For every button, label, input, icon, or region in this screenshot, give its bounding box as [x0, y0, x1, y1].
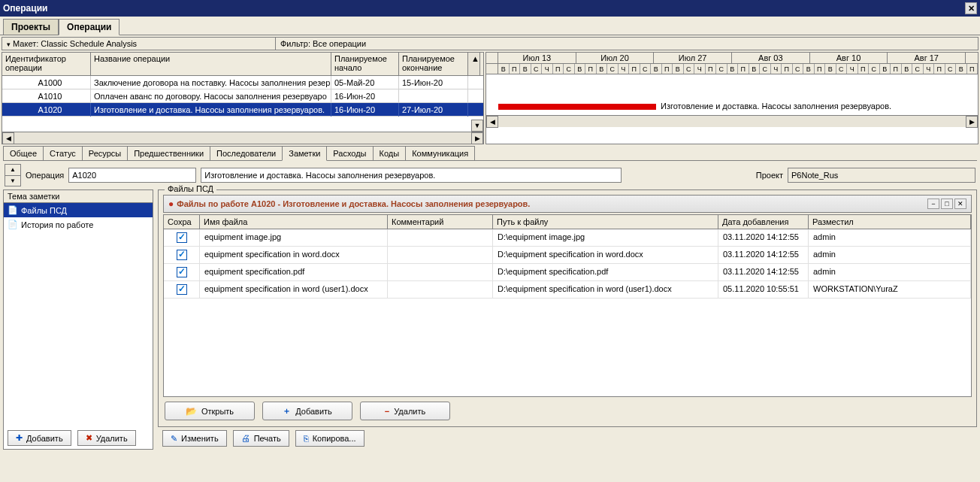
table-row[interactable]: A1020 Изготовление и доставка. Насосы за…	[2, 103, 483, 117]
button-label: Добавить	[26, 434, 63, 443]
col-end[interactable]: Планируемое окончание	[399, 53, 468, 75]
tab-predecessors[interactable]: Предшественники	[127, 146, 210, 160]
tab-communication[interactable]: Коммуникация	[405, 146, 475, 160]
grid-hscrollbar[interactable]: ◀ ▶	[2, 132, 483, 144]
layout-dropdown[interactable]: ▾ Макет: Classic Schedule Analysis	[2, 38, 276, 50]
month-col: Авг 17	[888, 53, 966, 63]
scroll-left-icon[interactable]: ◀	[2, 132, 14, 144]
scroll-right-icon[interactable]: ▶	[966, 116, 978, 128]
scroll-track[interactable]	[14, 132, 471, 144]
cell-end: 27-Июл-20	[399, 103, 468, 117]
open-button[interactable]: Открыть	[165, 402, 255, 420]
maximize-icon[interactable]: □	[941, 199, 953, 209]
col-user[interactable]: Разместил	[809, 215, 971, 229]
cell-path: D:\equipment specification in word (user…	[493, 281, 718, 298]
col-path[interactable]: Путь к файлу	[493, 215, 718, 229]
checkbox[interactable]	[177, 267, 187, 277]
copy-button[interactable]: Копирова...	[295, 430, 364, 447]
month-col: Июл 20	[576, 53, 655, 63]
file-row[interactable]: equipment specification in word (user1).…	[164, 281, 971, 299]
day-col: П	[891, 64, 902, 74]
day-col: В	[825, 64, 836, 74]
col-id[interactable]: Идентификатор операции	[2, 53, 91, 75]
col-comment[interactable]: Комментарий	[388, 215, 493, 229]
gantt-hscrollbar[interactable]: ◀ ▶	[486, 115, 978, 127]
tab-projects[interactable]: Проекты	[3, 19, 59, 35]
tab-notes[interactable]: Заметки	[282, 146, 327, 161]
checkbox[interactable]	[177, 232, 187, 243]
file-row[interactable]: equipment image.jpgD:\equipment image.jp…	[164, 229, 971, 247]
col-name[interactable]: Название операции	[91, 53, 331, 75]
col-date[interactable]: Дата добавления	[718, 215, 809, 229]
file-row[interactable]: equipment specification.pdfD:\equipment …	[164, 264, 971, 281]
table-row[interactable]: A1010 Оплачен аванс по договору. Насосы …	[2, 89, 483, 103]
cell-start: 05-Май-20	[331, 76, 399, 89]
scroll-track[interactable]	[498, 116, 966, 127]
operation-id-field[interactable]	[68, 168, 196, 183]
window-title: Операции	[3, 3, 47, 14]
day-col: П	[815, 64, 826, 74]
col-saved[interactable]: Сохра	[164, 215, 200, 229]
day-col: В	[956, 64, 967, 74]
operation-label: Операция	[26, 171, 64, 180]
main-tabstrip: Проекты Операции	[0, 17, 980, 35]
operation-name-field[interactable]	[201, 168, 622, 183]
tab-successors[interactable]: Последователи	[210, 146, 283, 160]
cell-end: 15-Июн-20	[399, 76, 468, 89]
day-col: Ч	[847, 64, 858, 74]
tab-status[interactable]: Статус	[43, 146, 83, 160]
checkbox[interactable]	[177, 284, 187, 295]
timeline-months: Июл 13 Июл 20 Июл 27 Авг 03 Авг 10 Авг 1…	[486, 53, 978, 64]
day-col: П	[629, 64, 640, 74]
tab-codes[interactable]: Коды	[373, 146, 407, 160]
minimize-icon[interactable]: −	[927, 199, 939, 209]
day-col: С	[640, 64, 652, 74]
day-col: С	[716, 64, 727, 74]
close-icon[interactable]: ✕	[965, 2, 977, 14]
chevron-down-icon: ▾	[7, 41, 11, 48]
filter-display[interactable]: Фильтр: Все операции	[276, 38, 978, 50]
tab-expenses[interactable]: Расходы	[326, 146, 373, 160]
tab-operations[interactable]: Операции	[59, 19, 119, 35]
tab-resources[interactable]: Ресурсы	[82, 146, 128, 160]
project-field	[788, 168, 975, 183]
add-topic-button[interactable]: Добавить	[8, 430, 71, 446]
cell-filename: equipment image.jpg	[200, 229, 388, 246]
note-topic-item[interactable]: История по работе	[4, 217, 153, 232]
day-col: П	[738, 64, 749, 74]
scroll-left-icon[interactable]: ◀	[486, 116, 498, 128]
close-panel-icon[interactable]: ✕	[954, 199, 966, 209]
col-filename[interactable]: Имя файла	[200, 215, 388, 229]
minus-icon	[385, 407, 389, 416]
topic-toolbar: Добавить Удалить	[8, 430, 158, 446]
scroll-right-icon[interactable]: ▶	[471, 132, 483, 144]
cell-comment	[388, 229, 493, 246]
cell-path: D:\equipment specification in word.docx	[493, 247, 718, 263]
scroll-up-icon[interactable]: ▲	[468, 53, 480, 75]
delete-file-button[interactable]: Удалить	[360, 402, 450, 420]
gantt-bar[interactable]	[498, 104, 656, 110]
month-col: Авг 10	[810, 53, 888, 63]
record-stepper[interactable]: ▲ ▼	[5, 164, 21, 186]
scroll-down-icon[interactable]: ▼	[471, 120, 483, 132]
tab-general[interactable]: Общее	[3, 146, 44, 160]
col-start[interactable]: Планируемое начало	[331, 53, 399, 75]
stepper-down-icon[interactable]: ▼	[5, 176, 20, 186]
add-file-button[interactable]: Добавить	[262, 402, 352, 420]
stepper-up-icon[interactable]: ▲	[5, 165, 20, 176]
print-button[interactable]: Печать	[233, 430, 289, 447]
note-topic-item[interactable]: Файлы ПСД	[4, 203, 153, 217]
cell-id: A1000	[10, 76, 91, 89]
day-col: В	[902, 64, 913, 74]
gantt-body[interactable]: Изготовление и доставка. Насосы заполнен…	[486, 74, 978, 115]
cell-path: D:\equipment specification.pdf	[493, 264, 718, 280]
checkbox[interactable]	[177, 250, 187, 260]
file-row[interactable]: equipment specification in word.docxD:\e…	[164, 247, 971, 264]
edit-button[interactable]: Изменить	[162, 430, 227, 447]
day-col: П	[934, 64, 945, 74]
note-topic-header: Тема заметки	[4, 190, 153, 203]
table-row[interactable]: A1000 Заключение договора на поставку. Н…	[2, 76, 483, 89]
delete-topic-button[interactable]: Удалить	[77, 430, 136, 446]
layout-dropdown-label: Макет: Classic Schedule Analysis	[13, 39, 137, 48]
day-col: С	[793, 64, 804, 74]
